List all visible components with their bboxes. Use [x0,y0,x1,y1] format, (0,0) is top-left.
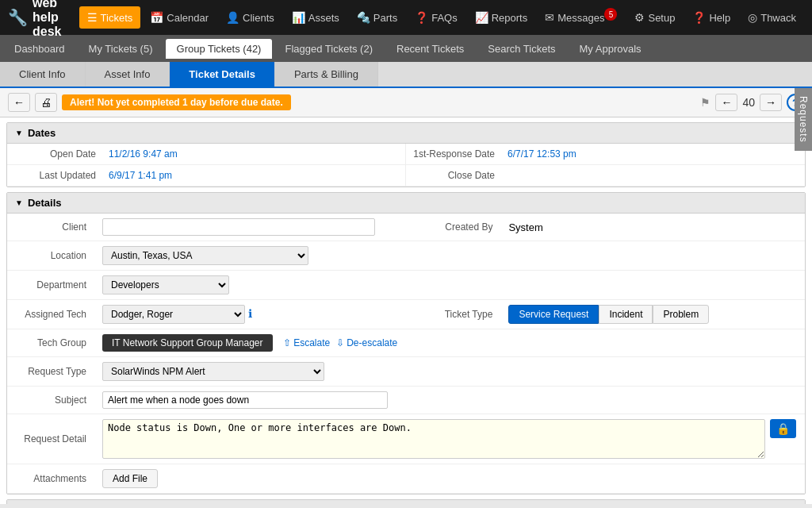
department-row: Department Developers [7,271,805,300]
location-row: Location Austin, Texas, USA [7,241,805,271]
subject-row: Subject [7,387,805,414]
request-detail-row: Request Detail Node status is Down, One … [7,414,805,464]
created-by-value-cell: System [500,214,805,241]
nav-item-setup[interactable]: ⚙Setup [626,6,683,29]
department-select[interactable]: Developers [102,275,229,294]
dates-collapse-arrow[interactable]: ▼ [15,129,23,137]
subnav-item-my-tickets[interactable]: My Tickets (5) [78,39,164,59]
nav-item-clients[interactable]: 👤Clients [218,6,282,29]
ticket-type-label-cell: Ticket Type [413,300,500,329]
dates-section-body: Open Date 11/2/16 9:47 am Last Updated 6… [7,144,805,187]
nav-item-parts[interactable]: 🔩Parts [349,6,405,29]
requests-sidebar[interactable]: Requests [795,88,812,151]
tech-info-icon[interactable]: ℹ [248,307,252,320]
tab-parts-billing[interactable]: Parts & Billing [275,62,378,87]
subnav-item-group-tickets[interactable]: Group Tickets (42) [166,39,273,59]
location-label: Location [7,241,94,271]
nav-item-assets[interactable]: 📊Assets [284,6,347,29]
first-response-row: 1st-Response Date 6/7/17 12:53 pm [406,144,805,165]
location-select[interactable]: Austin, Texas, USA [102,246,308,265]
next-ticket-button[interactable]: → [760,94,782,111]
details-table: Client Created By System Location Austin… [7,214,805,494]
nav-icon-setup: ⚙ [634,11,645,24]
prev-ticket-button[interactable]: ← [715,94,737,111]
nav-item-messages[interactable]: ✉Messages5 [537,6,625,29]
attachments-row: Attachments Add File [7,464,805,494]
tech-group-value-cell: IT Network Support Group Manager ⇧ Escal… [94,329,805,357]
client-value-cell [94,214,413,241]
subject-label: Subject [7,387,94,414]
escalate-link[interactable]: ⇧ Escalate [283,337,330,348]
assigned-tech-row: Assigned Tech Dodger, Roger ℹ Ticket Typ… [7,300,805,329]
tab-bar: Client InfoAsset InfoTicket DetailsParts… [0,62,812,88]
open-date-value: 11/2/16 9:47 am [102,144,405,165]
flag-icon: ⚑ [700,96,710,109]
nav-item-thwack[interactable]: ◎Thwack [740,6,804,29]
print-button[interactable]: 🖨 [35,93,57,112]
subject-value-cell [94,387,805,414]
subject-input[interactable] [102,391,388,409]
ticket-type-problem[interactable]: Problem [653,305,709,324]
ticket-type-value-cell: Service RequestIncidentProblem [500,300,805,329]
tab-client-info[interactable]: Client Info [0,62,86,87]
request-type-row: Request Type SolarWinds NPM Alert [7,357,805,387]
dates-left-table: Open Date 11/2/16 9:47 am Last Updated 6… [7,144,405,187]
close-date-value [501,165,805,187]
subnav-item-search-tickets[interactable]: Search Tickets [477,39,566,59]
first-response-value: 6/7/17 12:53 pm [501,144,805,165]
nav-badge-messages: 5 [604,8,617,21]
lock-button[interactable]: 🔒 [770,419,796,438]
subnav-item-my-approvals[interactable]: My Approvals [569,39,653,59]
request-detail-label: Request Detail [7,414,94,464]
attachments-label: Attachments [7,464,94,494]
add-file-button[interactable]: Add File [102,469,158,488]
assigned-tech-select[interactable]: Dodger, Roger [102,305,245,324]
dates-right: 1st-Response Date 6/7/17 12:53 pm Close … [406,144,805,187]
details-collapse-arrow[interactable]: ▼ [15,198,23,207]
department-value-cell: Developers [94,271,805,300]
dates-left: Open Date 11/2/16 9:47 am Last Updated 6… [7,144,406,187]
request-type-label: Request Type [7,357,94,387]
deescalate-link[interactable]: ⇩ De-escalate [336,337,397,348]
alert-badge: Alert! Not yet completed 1 day before du… [62,94,291,110]
subnav-item-recent-tickets[interactable]: Recent Tickets [385,39,475,59]
nav-item-tickets[interactable]: ☰Tickets [79,6,141,29]
tech-group-label: Tech Group [7,329,94,357]
subnav-item-flagged-tickets[interactable]: Flagged Tickets (2) [274,39,384,59]
nav-item-reports[interactable]: 📈Reports [467,6,536,29]
nav-icon-clients: 👤 [226,11,239,24]
ticket-number: 40 [742,96,755,109]
client-label: Client [7,214,94,241]
details-section-body: Client Created By System Location Austin… [7,214,805,494]
main-content: ← 🖨 Alert! Not yet completed 1 day befor… [0,88,812,504]
close-date-label: Close Date [406,165,501,187]
request-type-select[interactable]: SolarWinds NPM Alert [102,362,324,381]
nav-icon-thwack: ◎ [748,11,757,24]
location-value-cell: Austin, Texas, USA [94,241,805,271]
notes-section-header: ▼ Notes [7,500,805,504]
nav-icon-messages: ✉ [545,11,554,24]
request-type-value-cell: SolarWinds NPM Alert [94,357,805,387]
nav-item-help[interactable]: ❓Help [684,6,738,29]
escalate-links: ⇧ Escalate ⇩ De-escalate [283,337,397,348]
nav-item-calendar[interactable]: 📅Calendar [142,6,216,29]
subnav-item-dashboard[interactable]: Dashboard [3,39,76,59]
request-detail-textarea[interactable]: Node status is Down, One or more interfa… [102,419,765,459]
client-input[interactable] [102,218,375,236]
ticket-type-incident[interactable]: Incident [599,305,653,324]
nav-icon-assets: 📊 [292,11,305,24]
details-section-title: Details [28,197,62,209]
back-button[interactable]: ← [8,93,30,112]
assigned-tech-value-cell: Dodger, Roger ℹ [94,300,413,329]
open-date-row: Open Date 11/2/16 9:47 am [7,144,405,165]
dates-section-title: Dates [28,127,56,139]
nav-item-faqs[interactable]: ❓FAQs [407,6,465,29]
toolbar: ← 🖨 Alert! Not yet completed 1 day befor… [0,88,812,117]
tab-ticket-details[interactable]: Ticket Details [170,62,275,87]
tech-group-badge: IT Network Support Group Manager [102,334,273,352]
tab-asset-info[interactable]: Asset Info [86,62,170,87]
ticket-type-service-request[interactable]: Service Request [508,305,599,324]
toolbar-right: ⚑ ← 40 → ? [700,94,804,111]
tech-group-row: Tech Group IT Network Support Group Mana… [7,329,805,357]
dates-right-table: 1st-Response Date 6/7/17 12:53 pm Close … [406,144,805,187]
